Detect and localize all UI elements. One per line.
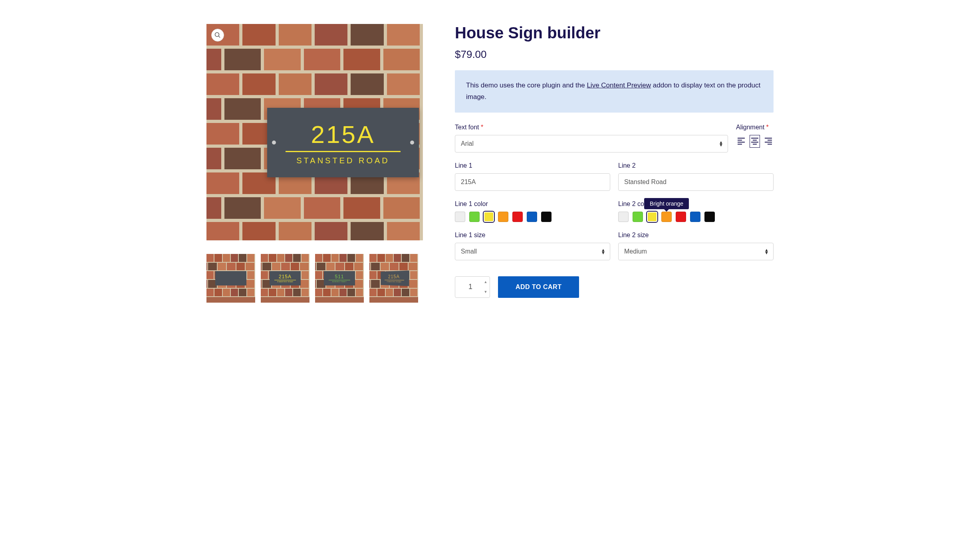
svg-point-0 (215, 33, 219, 37)
line2size-select[interactable]: Medium (618, 243, 774, 260)
color-swatch-yellow[interactable] (647, 212, 657, 222)
qty-up-button[interactable]: ▲ (482, 277, 489, 287)
alignment-label: Alignment * (736, 124, 774, 131)
preview-line1: 215A (311, 120, 375, 149)
line2-label: Line 2 (618, 162, 774, 169)
svg-line-1 (219, 36, 220, 38)
line1-input[interactable] (455, 173, 610, 191)
sign-preview: 215A STANSTED ROAD (267, 108, 419, 177)
qty-down-button[interactable]: ▼ (482, 287, 489, 297)
tooltip: Bright orange (644, 198, 689, 209)
color-swatch-red[interactable] (676, 212, 686, 222)
font-label: Text font * (455, 124, 728, 131)
line1size-select[interactable]: Small (455, 243, 610, 260)
align-right-button[interactable] (763, 135, 774, 148)
thumbnail-3[interactable]: 215ASTANSTED ROAD (369, 254, 418, 303)
color-swatch-black[interactable] (704, 212, 715, 222)
line2color-label: Line 2 color (618, 200, 774, 208)
preview-line2: STANSTED ROAD (296, 156, 390, 165)
line2size-label: Line 2 size (618, 232, 774, 239)
info-notice: This demo uses the core plugin and the L… (455, 70, 774, 113)
zoom-icon[interactable] (211, 29, 224, 42)
add-to-cart-button[interactable]: ADD TO CART (498, 276, 579, 298)
brick-background: 215A STANSTED ROAD (206, 24, 423, 240)
color-swatch-bright-orange[interactable] (498, 212, 508, 222)
line2-color-swatches: Bright orange (618, 212, 774, 222)
font-select[interactable]: Arial (455, 135, 728, 153)
color-swatch-red[interactable] (512, 212, 523, 222)
line1color-label: Line 1 color (455, 200, 610, 208)
color-swatch-bright-orange[interactable]: Bright orange (661, 212, 672, 222)
line2-input[interactable] (618, 173, 774, 191)
line1size-label: Line 1 size (455, 232, 610, 239)
align-center-button[interactable] (750, 135, 760, 148)
product-title: House Sign builder (455, 24, 774, 42)
line1-label: Line 1 (455, 162, 610, 169)
line1-color-swatches (455, 212, 610, 222)
color-swatch-green[interactable] (633, 212, 643, 222)
color-swatch-yellow[interactable] (484, 212, 494, 222)
thumbnail-row: 215ASTANSTED ROAD511EDWINS TREET215ASTAN… (206, 254, 423, 303)
color-swatch-blue[interactable] (527, 212, 537, 222)
thumbnail-1[interactable]: 215ASTANSTED ROAD (261, 254, 309, 303)
color-swatch-white[interactable] (618, 212, 629, 222)
product-price: $79.00 (455, 48, 774, 61)
color-swatch-black[interactable] (541, 212, 551, 222)
preview-addon-link[interactable]: Live Content Preview (587, 81, 651, 89)
align-left-button[interactable] (736, 135, 746, 148)
thumbnail-0[interactable] (206, 254, 255, 303)
product-image: 215A STANSTED ROAD (206, 24, 423, 240)
thumbnail-2[interactable]: 511EDWINS TREET (315, 254, 364, 303)
color-swatch-white[interactable] (455, 212, 465, 222)
color-swatch-green[interactable] (469, 212, 480, 222)
color-swatch-blue[interactable] (690, 212, 700, 222)
